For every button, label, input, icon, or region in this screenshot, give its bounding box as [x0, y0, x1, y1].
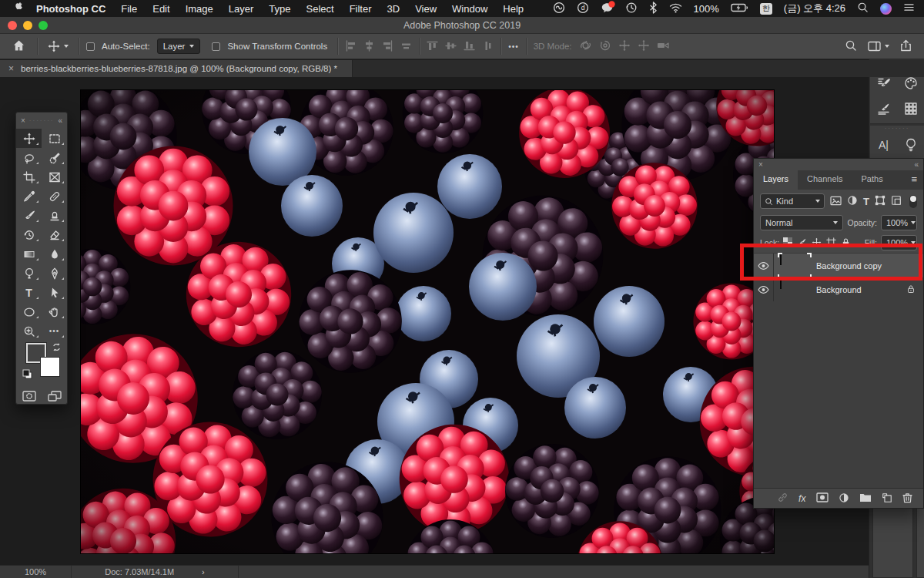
spot-healing-brush-tool[interactable] — [42, 187, 67, 206]
swatches-panel-icon[interactable] — [897, 96, 924, 121]
crop-tool[interactable] — [16, 167, 42, 187]
wifi-icon[interactable] — [669, 2, 682, 15]
time-machine-icon[interactable] — [625, 2, 638, 16]
zoom-level-field[interactable]: 100% — [0, 567, 71, 576]
distribute-horizontal-icon[interactable] — [400, 40, 412, 53]
history-brush-tool[interactable] — [16, 225, 42, 244]
share-image-icon[interactable] — [900, 39, 912, 53]
menu-3d[interactable]: 3D — [380, 3, 408, 15]
workspace-switcher-icon[interactable] — [868, 41, 889, 52]
filter-adjustment-layers-icon[interactable] — [847, 195, 858, 207]
frame-tool[interactable] — [42, 167, 67, 187]
blend-mode-dropdown[interactable]: Normal — [760, 215, 843, 230]
lock-position-icon[interactable] — [812, 237, 822, 249]
panel-grip[interactable]: ······· — [870, 126, 924, 132]
panel-menu-icon[interactable]: ≡ — [905, 170, 923, 190]
add-layer-mask-icon[interactable] — [816, 492, 829, 504]
new-group-icon[interactable] — [859, 492, 872, 504]
visibility-eye-icon[interactable] — [754, 254, 774, 277]
filter-kind-dropdown[interactable]: Kind — [760, 193, 825, 209]
tab-channels[interactable]: Channels — [798, 170, 852, 190]
character-panel-icon[interactable]: A| — [870, 132, 897, 157]
align-top-edges-icon[interactable] — [427, 40, 438, 53]
show-transform-controls-checkbox[interactable] — [212, 42, 220, 51]
dodge-tool[interactable] — [16, 264, 42, 283]
rectangular-marquee-tool[interactable] — [42, 129, 67, 148]
menu-select[interactable]: Select — [298, 3, 341, 15]
apple-menu-icon[interactable] — [9, 2, 27, 15]
close-window-button[interactable] — [8, 21, 17, 30]
lock-image-pixels-icon[interactable] — [797, 237, 807, 249]
gradient-tool[interactable] — [16, 244, 42, 264]
layer-row-background-copy[interactable]: Background copy — [754, 254, 923, 277]
zoom-window-button[interactable] — [38, 21, 48, 30]
battery-icon[interactable] — [731, 3, 748, 15]
tools-panel-grip[interactable]: ······· — [25, 118, 59, 124]
path-selection-tool[interactable] — [42, 283, 67, 302]
menu-image[interactable]: Image — [178, 3, 221, 15]
align-bottom-edges-icon[interactable] — [464, 40, 475, 53]
menu-window[interactable]: Window — [444, 3, 495, 15]
menu-bar-clock[interactable]: (금) 오후 4:26 — [784, 2, 845, 15]
align-horizontal-centers-icon[interactable] — [363, 40, 375, 53]
filter-smart-objects-icon[interactable] — [891, 195, 902, 207]
auto-select-dropdown[interactable]: Layer — [157, 39, 201, 54]
move-tool[interactable] — [16, 129, 42, 148]
layer-row-background[interactable]: Background — [754, 277, 923, 301]
quick-mask-mode-icon[interactable] — [22, 391, 36, 405]
filter-pixel-layers-icon[interactable] — [830, 196, 842, 207]
background-color-swatch[interactable] — [40, 357, 60, 377]
menu-file[interactable]: File — [113, 3, 145, 15]
link-layers-icon[interactable] — [777, 492, 788, 505]
collapse-tools-panel-icon[interactable]: « — [58, 116, 62, 125]
tab-paths[interactable]: Paths — [852, 170, 892, 190]
siri-icon[interactable] — [880, 3, 892, 15]
screen-mode-icon[interactable] — [48, 391, 62, 405]
align-right-edges-icon[interactable] — [382, 40, 393, 53]
distribute-vertical-icon[interactable] — [482, 40, 494, 53]
search-icon[interactable] — [845, 39, 857, 53]
close-layers-panel-icon[interactable]: × — [758, 160, 763, 169]
layer-effects-icon[interactable]: fx — [798, 493, 805, 504]
close-document-icon[interactable]: × — [8, 63, 14, 74]
collapse-layers-panel-icon[interactable]: « — [914, 160, 919, 169]
eyedropper-tool[interactable] — [16, 187, 42, 206]
learn-panel-icon[interactable] — [897, 132, 924, 157]
menu-layer[interactable]: Layer — [221, 3, 262, 15]
new-layer-icon[interactable] — [882, 492, 892, 505]
menu-type[interactable]: Type — [261, 3, 298, 15]
current-tool-icon[interactable] — [45, 40, 72, 52]
document-size-info[interactable]: Doc: 7.03M/14.1M › — [71, 566, 239, 578]
minimize-window-button[interactable] — [23, 21, 32, 30]
clone-stamp-tool[interactable] — [42, 206, 67, 225]
align-vertical-centers-icon[interactable] — [445, 40, 457, 53]
brush-tool[interactable] — [16, 206, 42, 225]
menu-app-name[interactable]: Photoshop CC — [27, 3, 113, 15]
blur-tool[interactable] — [42, 244, 67, 264]
delete-layer-icon[interactable] — [902, 492, 912, 505]
document-tab[interactable]: × berries-blackberries-blueberries-87818… — [0, 60, 353, 77]
filter-type-layers-icon[interactable]: T — [863, 196, 869, 207]
notification-center-icon[interactable] — [903, 2, 915, 15]
zoom-tool[interactable] — [16, 321, 42, 341]
type-tool[interactable]: T — [16, 283, 42, 302]
visibility-eye-icon[interactable] — [754, 277, 774, 301]
pen-tool[interactable] — [42, 264, 67, 283]
menu-filter[interactable]: Filter — [342, 3, 380, 15]
edit-toolbar[interactable]: ••• — [42, 321, 67, 341]
input-source-icon[interactable]: 한 — [760, 3, 772, 15]
align-left-edges-icon[interactable] — [345, 40, 357, 53]
layer-name[interactable]: Background — [816, 285, 906, 294]
hand-tool[interactable] — [42, 302, 67, 321]
bluetooth-icon[interactable] — [649, 2, 658, 16]
docker-icon[interactable]: d — [577, 2, 589, 16]
spotlight-search-icon[interactable] — [857, 2, 869, 15]
menu-edit[interactable]: Edit — [145, 3, 177, 15]
quick-selection-tool[interactable] — [42, 148, 67, 167]
ellipse-tool[interactable] — [16, 302, 42, 321]
creative-cloud-icon[interactable] — [553, 2, 565, 16]
layer-name[interactable]: Background copy — [816, 261, 923, 271]
tab-layers[interactable]: Layers — [754, 170, 798, 190]
filter-shape-layers-icon[interactable] — [875, 195, 886, 207]
default-colors-icon[interactable] — [22, 368, 32, 382]
